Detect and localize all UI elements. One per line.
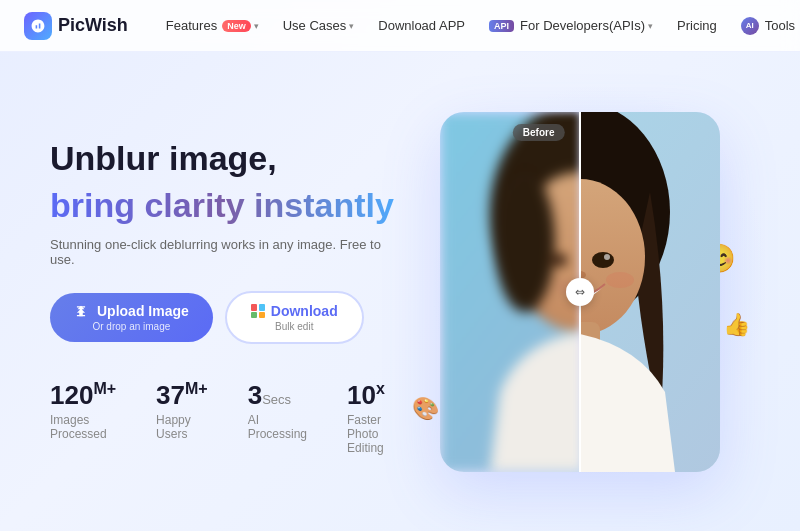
before-label: Before (513, 124, 565, 141)
logo-icon (24, 12, 52, 40)
hero-content: Unblur image, bring clarity instantly St… (50, 128, 400, 456)
stat-label-images: Images Processed (50, 413, 116, 441)
navbar: PicWish Features New ▾ Use Cases ▾ Downl… (0, 0, 800, 52)
stat-label-ai: AI Processing (248, 413, 307, 441)
stats-section: 120M+ Images Processed 37M+ Happy Users … (50, 380, 400, 455)
stat-label-faster: Faster Photo Editing (347, 413, 400, 455)
nav-tools[interactable]: AI Tools (731, 11, 800, 41)
nav-items: Features New ▾ Use Cases ▾ Download APP … (156, 11, 800, 41)
thumbsup-decoration: 👍 (723, 312, 750, 338)
divider-handle[interactable]: ⇔ (566, 278, 594, 306)
comparison-image: ⇔ (440, 112, 720, 472)
hero-title-line1: Unblur image, (50, 138, 400, 179)
hero-image-section: ✦ ✦ 🧘 😊 👍 🎨 Before After (400, 82, 760, 502)
svg-point-15 (604, 254, 610, 260)
tools-decoration: 🎨 (412, 396, 439, 422)
upload-button[interactable]: Upload Image Or drop an image (50, 293, 213, 342)
logo-text: PicWish (58, 15, 128, 36)
stat-happy-users: 37M+ Happy Users (156, 380, 208, 455)
svg-point-5 (548, 253, 568, 267)
stat-label-users: Happy Users (156, 413, 208, 441)
nav-features[interactable]: Features New ▾ (156, 12, 269, 39)
after-half (580, 112, 720, 472)
svg-point-3 (495, 172, 555, 312)
stat-faster-editing: 10x Faster Photo Editing (347, 380, 400, 455)
logo[interactable]: PicWish (24, 12, 128, 40)
hero-title-line2: bring clarity instantly (50, 185, 400, 226)
hero-section: Unblur image, bring clarity instantly St… (0, 52, 800, 531)
nav-use-cases[interactable]: Use Cases ▾ (273, 12, 365, 39)
svg-point-18 (606, 272, 634, 288)
nav-developers[interactable]: API For Developers(APIs) ▾ (479, 12, 663, 39)
windows-icon (251, 304, 265, 318)
before-half (440, 112, 580, 472)
nav-pricing[interactable]: Pricing (667, 12, 727, 39)
download-button[interactable]: Download Bulk edit (225, 291, 364, 344)
hero-subtitle: Stunning one-click deblurring works in a… (50, 237, 400, 267)
nav-download[interactable]: Download APP (368, 12, 475, 39)
svg-point-13 (592, 252, 614, 268)
download-sub-label: Bulk edit (275, 321, 313, 332)
upload-sub-label: Or drop an image (92, 321, 170, 332)
stat-images-processed: 120M+ Images Processed (50, 380, 116, 455)
hero-buttons: Upload Image Or drop an image Download B… (50, 291, 400, 344)
stat-ai-processing: 3Secs AI Processing (248, 380, 307, 455)
image-wrapper: Before After (440, 112, 720, 472)
